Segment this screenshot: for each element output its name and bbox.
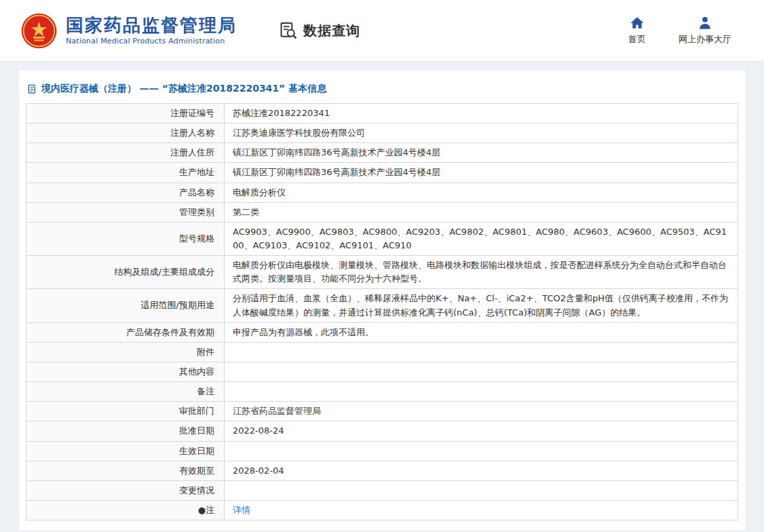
table-row: 注册人住所镇江新区丁卯南纬四路36号高新技术产业园4号楼4层 xyxy=(26,143,738,163)
org-name-en: National Medical Products Administration xyxy=(66,37,237,45)
person-icon xyxy=(698,16,712,31)
table-row: 备注 xyxy=(26,382,738,402)
row-value: 申报产品为有源器械，此项不适用。 xyxy=(225,322,738,342)
row-label: 产品储存条件及有效期 xyxy=(26,322,225,342)
data-query-tab[interactable]: 数据查询 xyxy=(279,21,360,40)
row-value: 镇江新区丁卯南纬四路36号高新技术产业园4号楼4层 xyxy=(225,143,738,163)
document-magnifier-icon xyxy=(279,21,298,40)
table-row: 结构及组成/主要组成成分电解质分析仪由电极模块、测量模块、管路模块、电路模块和数… xyxy=(26,256,738,289)
row-value: 江苏省药品监督管理局 xyxy=(225,402,738,421)
row-value: 第二类 xyxy=(225,202,738,222)
row-value: 电解质分析仪由电极模块、测量模块、管路模块、电路模块和数据输出模块组成，按是否配… xyxy=(225,256,738,289)
table-row: 生效日期 xyxy=(26,441,738,461)
row-value: 分别适用于血清、血浆（全血）、稀释尿液样品中的K+、Na+、Cl-、iCa2+、… xyxy=(225,289,738,322)
row-value: 2028-02-04 xyxy=(225,461,738,480)
row-value: 镇江新区丁卯南纬四路36号高新技术产业园4号楼4层 xyxy=(225,163,738,183)
table-row: 变更情况 xyxy=(26,480,738,500)
row-label: 管理类别 xyxy=(26,202,225,222)
site-header: 国家药品监督管理局 National Medical Products Admi… xyxy=(0,0,764,62)
row-value: 详情 xyxy=(225,500,738,520)
row-label: 备注 xyxy=(26,382,225,402)
row-label: 型号规格 xyxy=(26,222,225,255)
row-label: 注册证编号 xyxy=(26,104,225,124)
row-value: 江苏奥迪康医学科技股份有限公司 xyxy=(225,124,738,143)
row-value: 电解质分析仪 xyxy=(225,183,738,202)
content-panel: 境内医疗器械（注册） —— “苏械注准20182220341” 基本信息 注册证… xyxy=(19,71,745,530)
nav-hall-label: 网上办事大厅 xyxy=(679,33,731,45)
national-emblem-icon xyxy=(20,12,58,50)
row-label: 有效期至 xyxy=(26,461,225,480)
table-row: 注册人名称江苏奥迪康医学科技股份有限公司 xyxy=(26,124,738,143)
nav-service-hall[interactable]: 网上办事大厅 xyxy=(679,16,731,45)
row-label: 产品名称 xyxy=(26,183,225,202)
home-icon xyxy=(630,16,645,31)
table-row: 产品储存条件及有效期申报产品为有源器械，此项不适用。 xyxy=(26,322,738,342)
table-row: ●注详情 xyxy=(26,500,738,520)
row-label: 注册人名称 xyxy=(26,124,225,143)
table-row: 注册证编号苏械注准20182220341 xyxy=(26,104,738,124)
table-row: 其他内容 xyxy=(26,362,738,381)
row-label: 批准日期 xyxy=(26,421,225,441)
row-value xyxy=(225,342,738,362)
table-row: 批准日期2022-08-24 xyxy=(26,421,738,441)
logo-text: 国家药品监督管理局 National Medical Products Admi… xyxy=(66,16,237,46)
registration-info-table: 注册证编号苏械注准20182220341注册人名称江苏奥迪康医学科技股份有限公司… xyxy=(26,103,738,520)
row-label: 审批部门 xyxy=(26,402,225,421)
row-value xyxy=(225,480,738,500)
row-value xyxy=(225,382,738,402)
table-row: 型号规格AC9903、AC9900、AC9803、AC9800、AC9203、A… xyxy=(26,222,738,255)
site-logo[interactable]: 国家药品监督管理局 National Medical Products Admi… xyxy=(20,12,237,50)
org-name-cn: 国家药品监督管理局 xyxy=(66,16,237,36)
row-value xyxy=(225,362,738,381)
row-label: 其他内容 xyxy=(26,362,225,381)
document-icon xyxy=(27,84,37,94)
nav-home[interactable]: 首页 xyxy=(628,16,646,45)
row-label: 生效日期 xyxy=(26,441,225,461)
table-row: 适用范围/预期用途分别适用于血清、血浆（全血）、稀释尿液样品中的K+、Na+、C… xyxy=(26,289,738,322)
table-row: 附件 xyxy=(26,342,738,362)
row-value: 苏械注准20182220341 xyxy=(225,104,738,124)
row-label: 变更情况 xyxy=(26,480,225,500)
table-row: 产品名称电解质分析仪 xyxy=(26,183,738,202)
row-value xyxy=(225,441,738,461)
row-value: AC9903、AC9900、AC9803、AC9800、AC9203、AC980… xyxy=(225,222,738,255)
data-query-label: 数据查询 xyxy=(303,22,360,40)
table-row: 生产地址镇江新区丁卯南纬四路36号高新技术产业园4号楼4层 xyxy=(26,163,738,183)
nav-home-label: 首页 xyxy=(628,33,646,45)
row-label: 适用范围/预期用途 xyxy=(26,289,225,322)
row-label: 结构及组成/主要组成成分 xyxy=(26,256,225,289)
row-label: 附件 xyxy=(26,342,225,362)
row-value: 2022-08-24 xyxy=(225,421,738,441)
row-label: 生产地址 xyxy=(26,163,225,183)
row-label: 注册人住所 xyxy=(26,143,225,163)
header-nav: 首页 网上办事大厅 xyxy=(628,16,731,45)
detail-link[interactable]: 详情 xyxy=(233,505,250,515)
table-row: 管理类别第二类 xyxy=(26,202,738,222)
table-row: 有效期至2028-02-04 xyxy=(26,461,738,480)
page-title: 境内医疗器械（注册） —— “苏械注准20182220341” 基本信息 xyxy=(41,83,326,95)
page-body: 境内医疗器械（注册） —— “苏械注准20182220341” 基本信息 注册证… xyxy=(0,62,764,530)
page-title-row: 境内医疗器械（注册） —— “苏械注准20182220341” 基本信息 xyxy=(26,77,738,103)
table-row: 审批部门江苏省药品监督管理局 xyxy=(26,402,738,421)
row-label: ●注 xyxy=(26,500,225,520)
